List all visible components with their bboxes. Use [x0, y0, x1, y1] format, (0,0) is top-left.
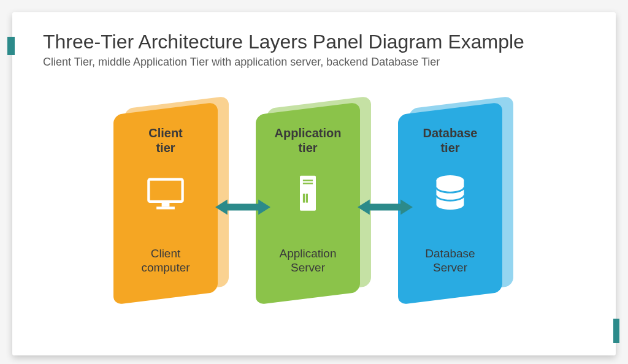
- tier-panel: Client tier Client computer: [113, 102, 218, 305]
- svg-rect-0: [148, 180, 182, 202]
- slide-subtitle: Client Tier, middle Application Tier wit…: [43, 56, 585, 69]
- tier-title: Database tier: [423, 126, 478, 155]
- tier-title: Client tier: [148, 126, 183, 155]
- tier-caption: Database Server: [425, 246, 475, 276]
- three-tier-diagram: Client tier Client computer: [43, 102, 585, 305]
- tier-caption: Client computer: [141, 246, 190, 276]
- tier-caption: Application Server: [280, 246, 337, 276]
- tier-content: Client tier Client computer: [122, 126, 209, 281]
- server-icon: [286, 172, 329, 215]
- tier-database: Database tier Database Server: [398, 102, 515, 305]
- svg-rect-8: [306, 194, 308, 203]
- svg-marker-3: [215, 199, 270, 214]
- tier-panel: Application tier Application Server: [256, 102, 360, 305]
- tier-title: Application tier: [275, 126, 342, 155]
- slide-title: Three-Tier Architecture Layers Panel Dia…: [43, 31, 585, 53]
- tier-application: Application tier Application Server: [256, 102, 372, 305]
- database-icon: [429, 172, 472, 215]
- svg-rect-6: [303, 183, 313, 184]
- monitor-icon: [144, 172, 187, 215]
- tier-content: Database tier Database Server: [407, 126, 494, 281]
- svg-rect-5: [303, 180, 313, 181]
- tier-content: Application tier Application Server: [264, 126, 351, 281]
- bidirectional-arrow-icon: [358, 196, 413, 218]
- svg-marker-9: [358, 199, 413, 214]
- bidirectional-arrow-icon: [215, 196, 270, 218]
- svg-rect-7: [303, 194, 305, 203]
- tier-panel: Database tier Database Server: [398, 102, 502, 305]
- svg-rect-2: [156, 207, 175, 209]
- svg-rect-1: [162, 203, 170, 207]
- tier-client: Client tier Client computer: [113, 102, 230, 305]
- slide: Three-Tier Architecture Layers Panel Dia…: [12, 12, 616, 355]
- accent-right: [613, 319, 619, 343]
- accent-left: [7, 37, 15, 55]
